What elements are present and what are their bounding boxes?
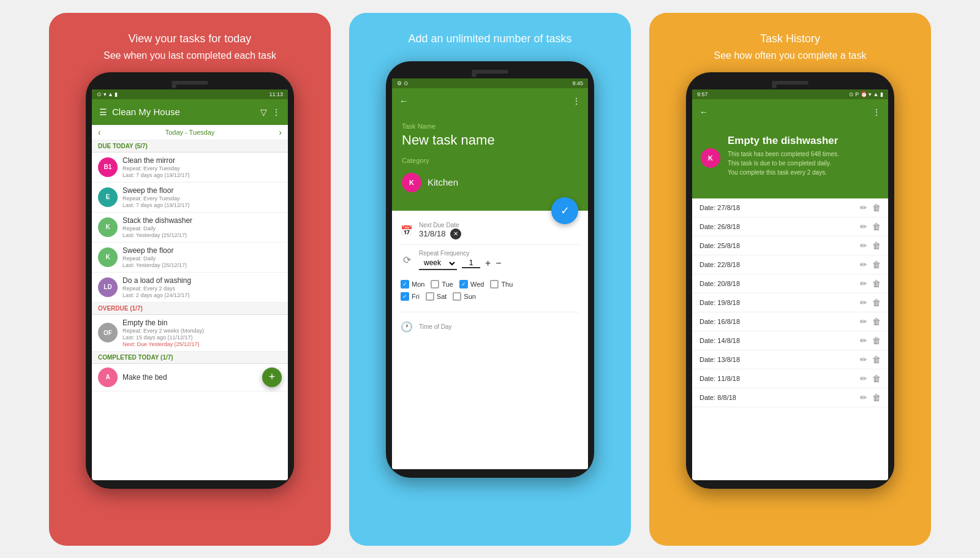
edit-icon-6[interactable]: ✏	[860, 298, 867, 307]
category-avatar[interactable]: K	[402, 173, 421, 192]
day-wed[interactable]: ✓ Wed	[459, 280, 484, 288]
day-sun[interactable]: Sun	[453, 292, 476, 301]
phone-3: 9:57 ⊙ P ⏰ ▾ ▲ ▮ ← ⋮ K Empty the dishwas…	[686, 72, 894, 489]
history-row: Date: 27/8/18 ✏ 🗑	[692, 198, 888, 217]
delete-icon-7[interactable]: 🗑	[872, 317, 881, 326]
edit-icon-7[interactable]: ✏	[860, 317, 867, 326]
history-row: Date: 14/8/18 ✏ 🗑	[692, 331, 888, 350]
edit-icon-8[interactable]: ✏	[860, 336, 867, 345]
back-icon-3[interactable]: ←	[699, 107, 708, 117]
tue-checkbox[interactable]	[431, 280, 439, 288]
task-item[interactable]: K Sweep the floor Repeat: Daily Last: Ye…	[92, 243, 288, 273]
repeat-number-input[interactable]	[462, 258, 480, 268]
due-date-row: 📅 Next Due Date 31/8/18 ✕	[401, 217, 579, 245]
phone-speaker-2	[472, 70, 508, 74]
delete-icon-8[interactable]: 🗑	[872, 336, 881, 345]
phone-screen-2: ⚙ ⊙ 9:45 ← ⋮ Task Name New task name Cat…	[392, 78, 588, 469]
sun-label: Sun	[464, 293, 476, 300]
increment-button[interactable]: +	[485, 258, 491, 269]
more-icon-1[interactable]: ⋮	[272, 107, 281, 117]
edit-icon-9[interactable]: ✏	[860, 355, 867, 364]
calendar-icon: 📅	[401, 225, 413, 236]
menu-icon[interactable]: ☰	[99, 107, 107, 117]
day-mon[interactable]: ✓ Mon	[401, 280, 424, 288]
task-item[interactable]: LD Do a load of washing Repeat: Every 2 …	[92, 273, 288, 303]
more-icon-3[interactable]: ⋮	[872, 107, 881, 117]
day-tue[interactable]: Tue	[431, 280, 453, 288]
prev-day-button[interactable]: ‹	[98, 127, 101, 137]
history-date-6: Date: 19/8/18	[699, 299, 855, 306]
panel1-subtitle: See when you last completed each task	[104, 50, 276, 61]
overdue-header: OVERDUE (1/7)	[92, 303, 288, 315]
history-row: Date: 16/8/18 ✏ 🗑	[692, 312, 888, 331]
completed-task-item[interactable]: A Make the bed +	[92, 364, 288, 391]
delete-icon-5[interactable]: 🗑	[872, 279, 881, 288]
status-time-3: 9:57	[697, 91, 708, 97]
thu-checkbox[interactable]	[490, 280, 499, 288]
more-icon-2[interactable]: ⋮	[572, 96, 581, 106]
clear-date-button[interactable]: ✕	[450, 228, 461, 239]
repeat-label: Repeat Frequency	[419, 250, 579, 257]
delete-icon-10[interactable]: 🗑	[872, 374, 881, 383]
task-last-1: Last: 7 days ago (19/12/17)	[123, 172, 282, 178]
task-name-value[interactable]: New task name	[402, 132, 578, 148]
delete-icon-11[interactable]: 🗑	[872, 393, 881, 402]
days-row-2: ✓ Fri Sat Sun	[401, 292, 579, 301]
thu-label: Thu	[501, 281, 513, 288]
phone-speaker-3	[772, 81, 809, 85]
day-fri[interactable]: ✓ Fri	[401, 292, 420, 301]
overdue-task-item[interactable]: OF Empty the bin Repeat: Every 2 weeks (…	[92, 315, 288, 352]
decrement-button[interactable]: −	[496, 258, 501, 269]
history-date-4: Date: 22/8/18	[699, 261, 855, 268]
edit-icon-4[interactable]: ✏	[860, 260, 867, 270]
delete-icon-1[interactable]: 🗑	[872, 203, 881, 213]
category-value: Kitchen	[428, 177, 458, 187]
back-icon-2[interactable]: ←	[399, 96, 408, 106]
status-time-1: 11:13	[269, 91, 283, 97]
panel-1: View your tasks for today See when you l…	[49, 13, 331, 546]
history-row: Date: 25/8/18 ✏ 🗑	[692, 236, 888, 255]
delete-icon-3[interactable]: 🗑	[872, 241, 881, 251]
edit-icon-3[interactable]: ✏	[860, 241, 867, 251]
next-day-button[interactable]: ›	[279, 127, 282, 137]
confirm-button[interactable]: ✓	[551, 197, 578, 224]
history-row: Date: 22/8/18 ✏ 🗑	[692, 255, 888, 274]
sat-checkbox[interactable]	[426, 292, 434, 301]
current-date: Today - Tuesday	[165, 129, 215, 136]
green-section: Task Name New task name Category K Kitch…	[392, 114, 588, 211]
day-sat[interactable]: Sat	[426, 292, 447, 301]
task-repeat-1: Repeat: Every Tuesday	[123, 165, 282, 172]
delete-icon-2[interactable]: 🗑	[872, 222, 881, 232]
delete-icon-9[interactable]: 🗑	[872, 355, 881, 364]
task-item[interactable]: K Stack the dishwasher Repeat: Daily Las…	[92, 213, 288, 243]
wed-checkbox[interactable]: ✓	[459, 280, 468, 288]
task-last-6: Last: 15 days ago (11/12/17)	[123, 334, 282, 341]
panel1-title: View your tasks for today	[129, 31, 252, 47]
task-item[interactable]: B1 Clean the mirror Repeat: Every Tuesda…	[92, 153, 288, 183]
status-bar-1: ⊙ ▾ ▲ ▮ 11:13	[92, 89, 288, 99]
due-date-value[interactable]: 31/8/18	[419, 229, 445, 238]
fab-add-button[interactable]: +	[262, 368, 282, 387]
edit-icon-5[interactable]: ✏	[860, 279, 867, 288]
delete-icon-6[interactable]: 🗑	[872, 298, 881, 307]
fri-checkbox[interactable]: ✓	[401, 292, 409, 301]
history-row: Date: 19/8/18 ✏ 🗑	[692, 293, 888, 312]
days-row-1: ✓ Mon Tue ✓ Wed Thu	[401, 280, 579, 288]
mon-checkbox[interactable]: ✓	[401, 280, 409, 288]
task-item[interactable]: E Sweep the floor Repeat: Every Tuesday …	[92, 183, 288, 213]
delete-icon-4[interactable]: 🗑	[872, 260, 881, 270]
category-label: Category	[402, 157, 578, 164]
due-date-content: Next Due Date 31/8/18 ✕	[419, 222, 579, 239]
edit-icon-11[interactable]: ✏	[860, 393, 867, 402]
history-text-block: Empty the dishwasher This task has been …	[728, 135, 880, 177]
day-thu[interactable]: Thu	[490, 280, 513, 288]
filter-icon[interactable]: ▽	[260, 107, 267, 117]
repeat-unit-select[interactable]: week day month	[419, 257, 457, 270]
sun-checkbox[interactable]	[453, 292, 461, 301]
history-desc-2: This task is due to be completed daily.	[728, 159, 880, 168]
edit-icon-2[interactable]: ✏	[860, 222, 867, 232]
mon-label: Mon	[412, 281, 424, 288]
edit-icon-10[interactable]: ✏	[860, 374, 867, 383]
edit-icon-1[interactable]: ✏	[860, 203, 867, 213]
task-name-7: Make the bed	[123, 373, 282, 382]
